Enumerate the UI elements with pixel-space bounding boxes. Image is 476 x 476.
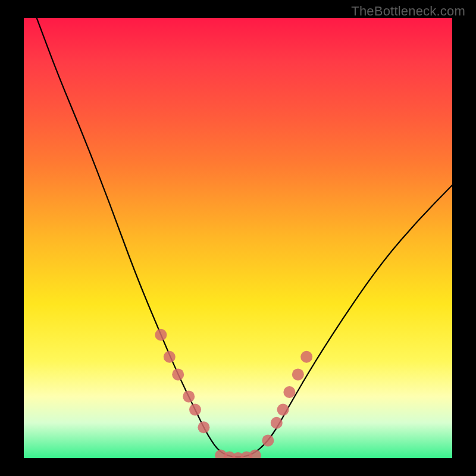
highlight-dot — [271, 417, 283, 429]
highlight-dot — [164, 351, 176, 363]
chart-frame: TheBottleneck.com — [0, 0, 476, 476]
highlight-dot — [292, 368, 304, 380]
highlight-dot — [262, 434, 274, 446]
highlight-dot — [249, 450, 261, 458]
highlight-dot — [300, 351, 312, 363]
highlight-dot — [189, 404, 201, 416]
highlight-dot — [172, 368, 184, 380]
highlight-dot — [155, 329, 167, 341]
highlight-dot — [198, 421, 209, 433]
highlight-dot — [277, 404, 289, 416]
bottleneck-curve — [37, 18, 452, 457]
plot-area — [24, 18, 452, 458]
highlight-dots — [155, 329, 312, 458]
watermark-text: TheBottleneck.com — [351, 4, 465, 19]
highlight-dot — [183, 390, 195, 402]
highlight-dot — [283, 386, 295, 398]
curve-layer — [24, 18, 452, 458]
